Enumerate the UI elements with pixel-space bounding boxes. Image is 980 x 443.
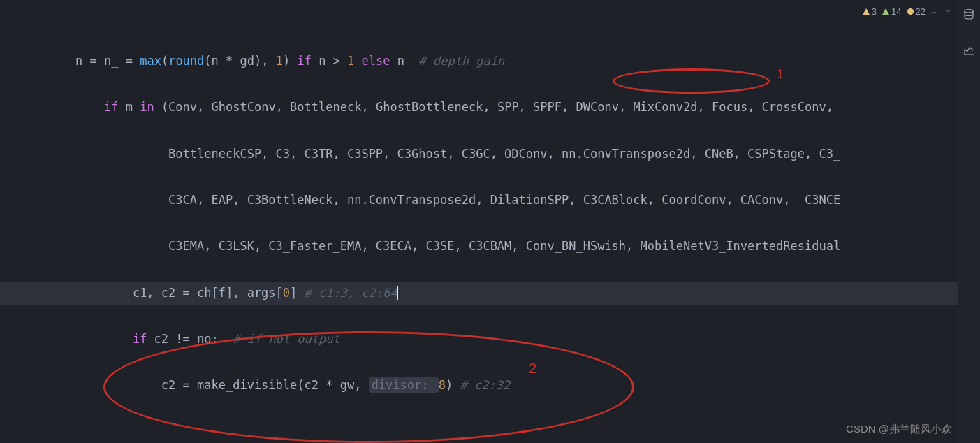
code-line[interactable]: if c2 != no: # if not output [75,328,980,351]
param-hint: divisor: [369,377,439,393]
code-line[interactable]: c2 = make_divisible(c2 * gw, divisor: 8)… [75,374,980,397]
code-line[interactable]: C3EMA, C3LSK, C3_Faster_EMA, C3ECA, C3SE… [75,235,980,258]
code-editor[interactable]: n = n_ = max(round(n * gd), 1) if n > 1 … [0,0,980,443]
right-toolbar [958,0,980,443]
code-line[interactable]: BottleneckCSP, C3, C3TR, C3SPP, C3Ghost,… [75,143,980,166]
warning-icon [863,8,870,15]
typo-count[interactable]: 22 [907,3,926,20]
weak-warning-icon [882,8,889,15]
warning-green[interactable]: 14 [882,3,901,20]
code-line[interactable] [75,420,980,443]
database-icon[interactable] [963,6,975,29]
code-line[interactable]: n = n_ = max(round(n * gd), 1) if n > 1 … [75,50,980,73]
code-line[interactable]: C3CA, EAP, C3BottleNeck, nn.ConvTranspos… [75,189,980,212]
chart-icon[interactable] [963,41,975,64]
code-line-active[interactable]: c1, c2 = ch[f], args[0] # c1:3, c2:64 [0,282,980,305]
svg-point-0 [965,10,973,13]
chevron-up-icon[interactable]: ︿ [931,4,939,19]
watermark: CSDN @弗兰随风小欢 [846,419,952,439]
typo-icon [907,8,914,15]
chevron-down-icon[interactable]: ﹀ [944,4,952,19]
code-line[interactable]: if m in (Conv, GhostConv, Bottleneck, Gh… [75,96,980,119]
warning-yellow[interactable]: 3 [863,3,877,20]
text-cursor [397,286,398,300]
problems-indicator[interactable]: 3 14 22 ︿ ﹀ [863,3,952,20]
